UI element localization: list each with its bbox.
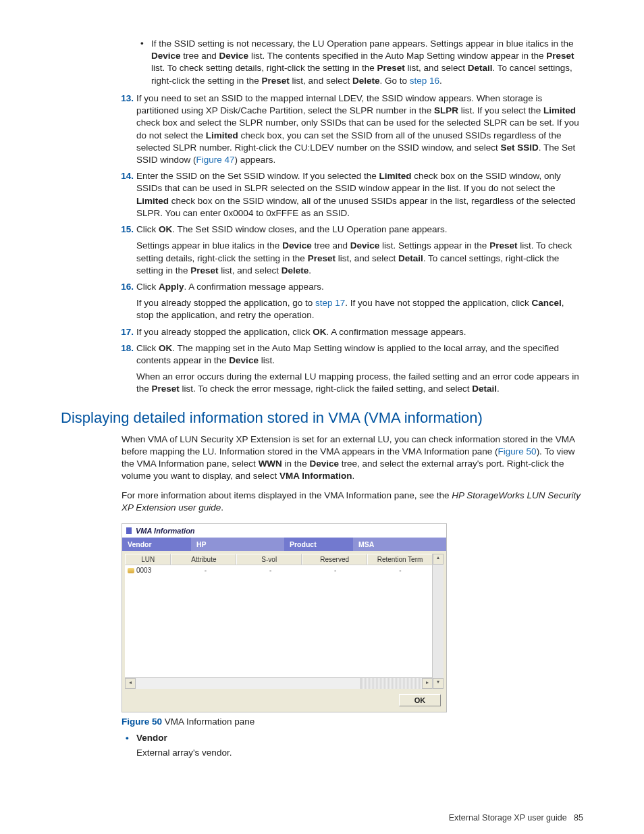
- vma-vendor-value: HP: [191, 538, 284, 551]
- vertical-scrollbar[interactable]: ▴ ▾: [432, 554, 444, 689]
- vma-title: VMA Information: [136, 527, 195, 535]
- para-vma-intro: When VMA of LUN Security XP Extension is…: [122, 434, 583, 483]
- horizontal-scrollbar[interactable]: ◂ ▸: [125, 677, 433, 689]
- col-reserved[interactable]: Reserved: [302, 554, 367, 565]
- vma-vendor-label: Vendor: [122, 538, 191, 551]
- volume-icon: [128, 568, 134, 573]
- bullet-ssid-not-necessary: If the SSID setting is not necessary, th…: [136, 38, 583, 87]
- scroll-down-icon[interactable]: ▾: [433, 678, 444, 689]
- step-16: 16. Click Apply. A confirmation message …: [122, 281, 583, 322]
- para-vma-moreinfo: For more information about items display…: [122, 490, 583, 514]
- link-step-17[interactable]: step 17: [315, 298, 345, 308]
- col-attribute[interactable]: Attribute: [171, 554, 236, 565]
- step-17: 17. If you already stopped the applicati…: [122, 326, 583, 338]
- link-figure-50[interactable]: Figure 50: [498, 446, 537, 457]
- col-retention[interactable]: Retention Term: [367, 554, 433, 565]
- step-18: 18. Click OK. The mapping set in the Aut…: [122, 342, 583, 396]
- vendor-item: Vendor External array's vendor.: [122, 732, 583, 759]
- vma-product-label: Product: [284, 538, 353, 551]
- scroll-left-icon[interactable]: ◂: [125, 678, 136, 689]
- page-footer: External Storage XP user guide 85: [61, 813, 583, 823]
- step-15: 15. Click OK. The Set SSID window closes…: [122, 224, 583, 277]
- col-svol[interactable]: S-vol: [236, 554, 302, 565]
- ok-button[interactable]: OK: [399, 694, 441, 706]
- vma-product-value: MSA: [353, 538, 446, 551]
- step-14: 14. Enter the SSID on the Set SSID windo…: [122, 170, 583, 219]
- table-row[interactable]: 0003 - - - -: [125, 565, 433, 575]
- col-lun[interactable]: LUN: [125, 554, 171, 565]
- step-13: 13. If you need to set an SSID to the ma…: [122, 93, 583, 166]
- figure-50-caption: Figure 50 VMA Information pane: [122, 716, 583, 727]
- vma-title-icon: [126, 527, 132, 534]
- link-figure-47[interactable]: Figure 47: [196, 155, 235, 165]
- vma-information-pane: VMA Information Vendor HP Product MSA LU…: [122, 523, 447, 712]
- vma-column-headers: LUN Attribute S-vol Reserved Retention T…: [125, 554, 433, 565]
- heading-vma-information: Displaying detailed information stored i…: [61, 409, 583, 427]
- link-step-16[interactable]: step 16: [410, 76, 439, 86]
- scroll-up-icon[interactable]: ▴: [433, 554, 444, 565]
- scroll-right-icon[interactable]: ▸: [422, 678, 433, 689]
